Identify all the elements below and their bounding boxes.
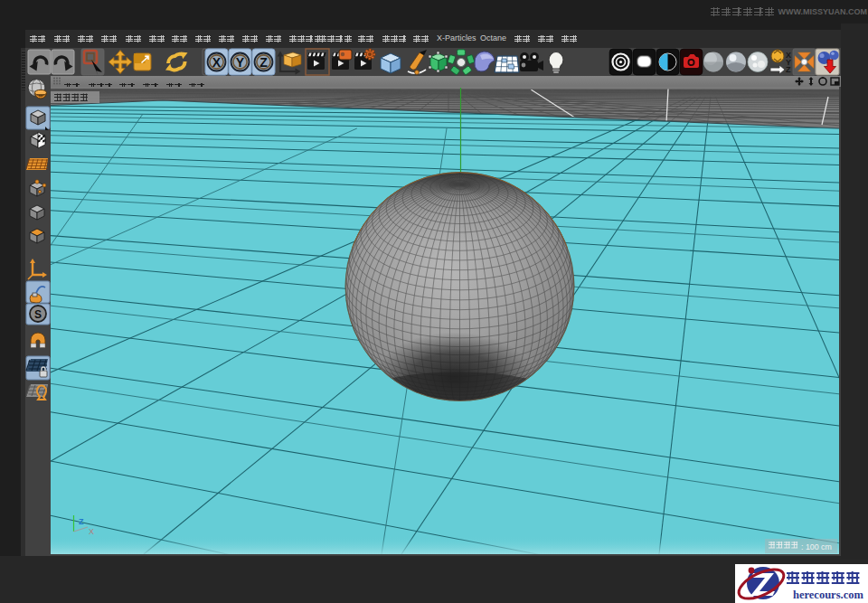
svg-text:Z: Z bbox=[79, 517, 84, 526]
svg-text:herecours.com: herecours.com bbox=[793, 589, 863, 601]
svg-text:Z: Z bbox=[259, 55, 268, 70]
svg-text:Z: Z bbox=[786, 65, 791, 74]
svg-text:S: S bbox=[34, 308, 42, 321]
svg-text:X: X bbox=[212, 55, 222, 70]
svg-text:: 100 cm: : 100 cm bbox=[801, 542, 832, 551]
svg-text:Y: Y bbox=[236, 55, 245, 70]
svg-text:X: X bbox=[89, 527, 94, 536]
